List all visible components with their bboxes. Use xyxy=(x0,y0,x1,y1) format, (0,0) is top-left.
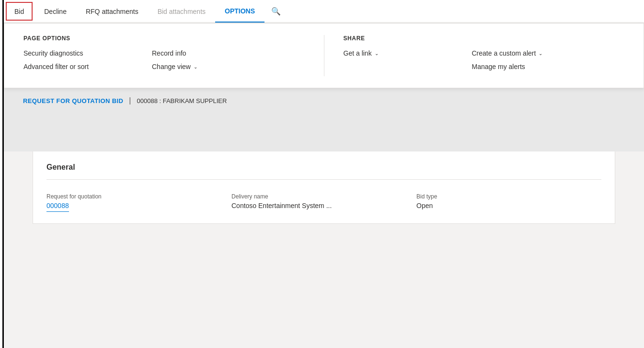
change-view-chevron-icon: ⌄ xyxy=(194,64,197,70)
section-divider xyxy=(46,179,601,180)
manage-alerts-link[interactable]: Manage my alerts xyxy=(472,63,543,70)
get-a-link-chevron-icon: ⌄ xyxy=(375,51,379,56)
change-view-label: Change view xyxy=(152,63,191,70)
page-options-col-right: Record info Change view ⌄ xyxy=(152,49,197,76)
page-options-title: PAGE OPTIONS xyxy=(23,35,305,42)
record-info-link[interactable]: Record info xyxy=(152,49,197,57)
search-icon: 🔍 xyxy=(271,7,281,16)
advanced-filter-link[interactable]: Advanced filter or sort xyxy=(23,63,129,70)
tab-bid-attachments[interactable]: Bid attachments xyxy=(148,0,215,23)
delivery-name-field-group: Delivery name Contoso Entertainment Syst… xyxy=(231,193,416,212)
share-section: SHARE Get a link ⌄ Create a custom alert xyxy=(324,35,625,76)
breadcrumb-link[interactable]: REQUEST FOR QUOTATION BID xyxy=(23,97,123,104)
general-section-title: General xyxy=(46,163,601,172)
breadcrumb-current: 000088 : FABRIKAM SUPPLIER xyxy=(137,97,227,104)
tab-decline[interactable]: Decline xyxy=(34,0,76,23)
rfq-field-group: Request for quotation 000088 xyxy=(46,193,231,212)
main-content-card: General Request for quotation 000088 Del… xyxy=(33,151,615,224)
bid-type-label: Bid type xyxy=(416,193,586,200)
delivery-name-label: Delivery name xyxy=(231,193,401,200)
options-dropdown-panel: PAGE OPTIONS Security diagnostics Advanc… xyxy=(4,23,644,88)
create-custom-alert-chevron-icon: ⌄ xyxy=(539,51,542,56)
search-button[interactable]: 🔍 xyxy=(264,0,288,23)
content-spacer xyxy=(4,113,644,151)
tab-rfq-attachments[interactable]: RFQ attachments xyxy=(76,0,148,23)
bid-type-field-group: Bid type Open xyxy=(416,193,601,212)
tab-options[interactable]: OPTIONS xyxy=(215,0,264,23)
share-col-left: Get a link ⌄ xyxy=(344,49,449,76)
get-a-link-link[interactable]: Get a link ⌄ xyxy=(344,49,449,57)
rfq-field-label: Request for quotation xyxy=(46,193,216,200)
tab-bid[interactable]: Bid xyxy=(6,2,33,21)
rfq-field-value[interactable]: 000088 xyxy=(46,202,69,212)
left-sidebar-strip xyxy=(0,0,4,348)
create-custom-alert-link[interactable]: Create a custom alert ⌄ xyxy=(472,49,543,57)
page-options-section: PAGE OPTIONS Security diagnostics Advanc… xyxy=(23,35,324,76)
create-custom-alert-label: Create a custom alert xyxy=(472,49,536,57)
security-diagnostics-link[interactable]: Security diagnostics xyxy=(23,49,129,57)
bid-type-value: Open xyxy=(416,202,586,211)
top-navigation: Bid Decline RFQ attachments Bid attachme… xyxy=(4,0,644,23)
breadcrumb-separator: | xyxy=(129,96,131,105)
breadcrumb-bar: REQUEST FOR QUOTATION BID | 000088 : FAB… xyxy=(4,88,644,113)
fields-row: Request for quotation 000088 Delivery na… xyxy=(46,189,601,212)
change-view-link[interactable]: Change view ⌄ xyxy=(152,63,197,70)
share-col-right: Create a custom alert ⌄ Manage my alerts xyxy=(472,49,543,76)
get-a-link-label: Get a link xyxy=(344,49,372,57)
share-title: SHARE xyxy=(344,35,625,42)
page-options-col-left: Security diagnostics Advanced filter or … xyxy=(23,49,129,76)
delivery-name-value: Contoso Entertainment System ... xyxy=(231,202,401,211)
